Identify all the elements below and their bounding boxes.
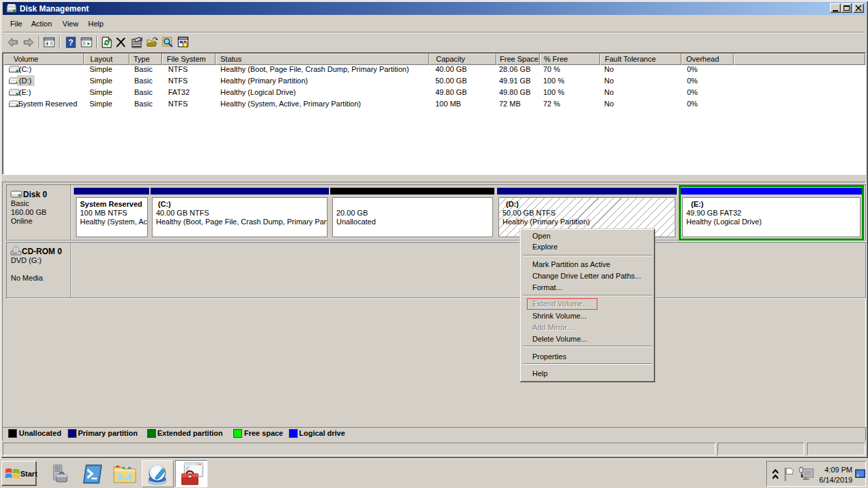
svg-text:?: ?: [68, 38, 73, 47]
